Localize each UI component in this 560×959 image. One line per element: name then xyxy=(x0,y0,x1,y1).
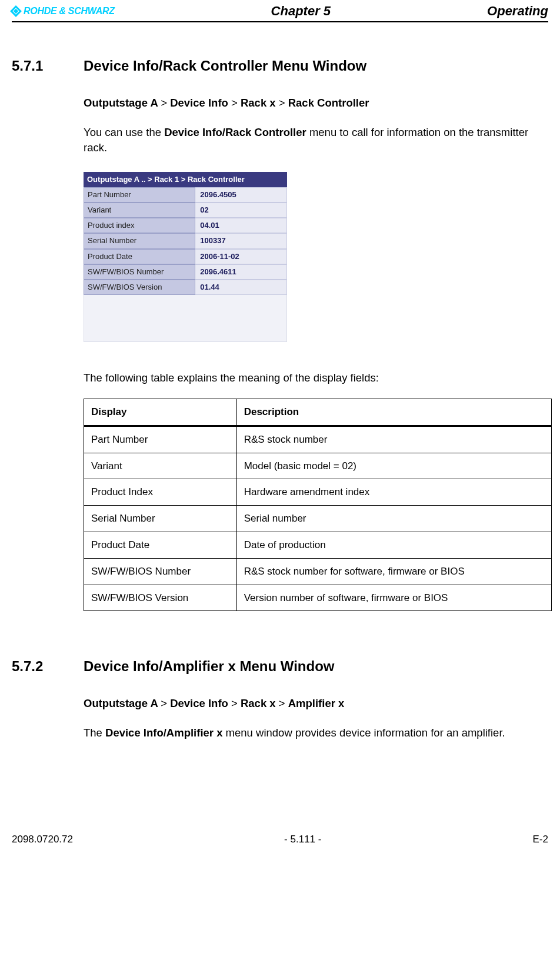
table-cell: Date of production xyxy=(236,532,551,559)
table-cell: R&S stock number for software, firmware … xyxy=(236,558,551,585)
chapter-label: Chapter 5 xyxy=(271,4,331,19)
ui-row: SW/FW/BIOS Number 2096.4611 xyxy=(84,264,287,280)
ui-label: SW/FW/BIOS Version xyxy=(84,280,195,295)
table-cell: Product Date xyxy=(84,532,237,559)
para-bold: Device Info/Rack Controller xyxy=(164,126,306,138)
breadcrumb-part: Amplifier x xyxy=(288,697,345,709)
ui-filler-area xyxy=(84,295,287,342)
ui-row: Serial Number 100337 xyxy=(84,233,287,248)
ui-label: Product index xyxy=(84,218,195,233)
ui-label: Product Date xyxy=(84,249,195,264)
table-header: Description xyxy=(236,399,551,426)
intro-paragraph: The Device Info/Amplifier x menu window … xyxy=(84,725,548,741)
ui-row: Variant 02 xyxy=(84,203,287,218)
table-cell: SW/FW/BIOS Version xyxy=(84,585,237,611)
logo-diamond-icon xyxy=(10,5,22,17)
section-number: 5.7.1 xyxy=(12,58,60,74)
section-title: Device Info/Rack Controller Menu Window xyxy=(84,58,366,74)
table-cell: R&S stock number xyxy=(236,426,551,453)
table-cell: Serial number xyxy=(236,506,551,532)
para-text: You can use the xyxy=(84,126,164,138)
page-header: ROHDE & SCHWARZ Chapter 5 Operating xyxy=(12,0,548,22)
para-text: menu window provides device information … xyxy=(222,726,505,739)
table-row: Product Index Hardware amendment index xyxy=(84,479,552,506)
ui-row: Product index 04.01 xyxy=(84,218,287,233)
explain-text: The following table explains the meaning… xyxy=(84,370,548,386)
section-heading: 5.7.2 Device Info/Amplifier x Menu Windo… xyxy=(12,658,548,675)
table-row: SW/FW/BIOS Number R&S stock number for s… xyxy=(84,558,552,585)
ui-row: Part Number 2096.4505 xyxy=(84,187,287,203)
breadcrumb-part: Rack x xyxy=(241,97,276,109)
table-cell: Part Number xyxy=(84,426,237,453)
table-row: Part Number R&S stock number xyxy=(84,426,552,453)
ui-screenshot: Outputstage A .. > Rack 1 > Rack Control… xyxy=(84,172,287,343)
breadcrumb-part: Device Info xyxy=(170,97,228,109)
brand-logo: ROHDE & SCHWARZ xyxy=(12,6,115,16)
table-cell: Hardware amendment index xyxy=(236,479,551,506)
logo-text: ROHDE & SCHWARZ xyxy=(24,6,115,16)
breadcrumb-part: Outputstage A xyxy=(84,97,158,109)
table-cell: Variant xyxy=(84,453,237,479)
ui-titlebar: Outputstage A .. > Rack 1 > Rack Control… xyxy=(84,172,287,187)
description-table: Display Description Part Number R&S stoc… xyxy=(84,399,552,611)
ui-value: 01.44 xyxy=(195,280,287,295)
operating-label: Operating xyxy=(487,4,548,19)
footer-right: E-2 xyxy=(533,834,548,845)
table-cell: SW/FW/BIOS Number xyxy=(84,558,237,585)
ui-value: 02 xyxy=(195,203,287,218)
table-header: Display xyxy=(84,399,237,426)
ui-row: SW/FW/BIOS Version 01.44 xyxy=(84,280,287,295)
ui-value: 04.01 xyxy=(195,218,287,233)
ui-value: 2006-11-02 xyxy=(195,249,287,264)
breadcrumb-part: Rack x xyxy=(241,697,276,709)
section-title: Device Info/Amplifier x Menu Window xyxy=(84,658,335,675)
ui-label: Serial Number xyxy=(84,233,195,248)
page-footer: 2098.0720.72 - 5.111 - E-2 xyxy=(0,829,560,857)
table-row: Variant Model (basic model = 02) xyxy=(84,453,552,479)
table-row: Product Date Date of production xyxy=(84,532,552,559)
breadcrumb: Outputstage A > Device Info > Rack x > R… xyxy=(84,95,548,111)
breadcrumb-part: Device Info xyxy=(170,697,228,709)
ui-value: 100337 xyxy=(195,233,287,248)
intro-paragraph: You can use the Device Info/Rack Control… xyxy=(84,125,548,155)
section-heading: 5.7.1 Device Info/Rack Controller Menu W… xyxy=(12,58,548,74)
ui-value: 2096.4505 xyxy=(195,187,287,203)
ui-value: 2096.4611 xyxy=(195,264,287,280)
breadcrumb-part: Outputstage A xyxy=(84,697,158,709)
para-text: The xyxy=(84,726,105,739)
ui-row: Product Date 2006-11-02 xyxy=(84,249,287,264)
table-cell: Serial Number xyxy=(84,506,237,532)
section-number: 5.7.2 xyxy=(12,658,60,675)
ui-label: Variant xyxy=(84,203,195,218)
table-cell: Model (basic model = 02) xyxy=(236,453,551,479)
table-cell: Version number of software, firmware or … xyxy=(236,585,551,611)
breadcrumb: Outputstage A > Device Info > Rack x > A… xyxy=(84,696,548,711)
table-cell: Product Index xyxy=(84,479,237,506)
table-row: Serial Number Serial number xyxy=(84,506,552,532)
ui-label: Part Number xyxy=(84,187,195,203)
ui-label: SW/FW/BIOS Number xyxy=(84,264,195,280)
breadcrumb-part: Rack Controller xyxy=(288,97,369,109)
footer-left: 2098.0720.72 xyxy=(12,834,73,845)
para-bold: Device Info/Amplifier x xyxy=(105,726,222,739)
table-row: SW/FW/BIOS Version Version number of sof… xyxy=(84,585,552,611)
footer-center: - 5.111 - xyxy=(284,834,321,845)
